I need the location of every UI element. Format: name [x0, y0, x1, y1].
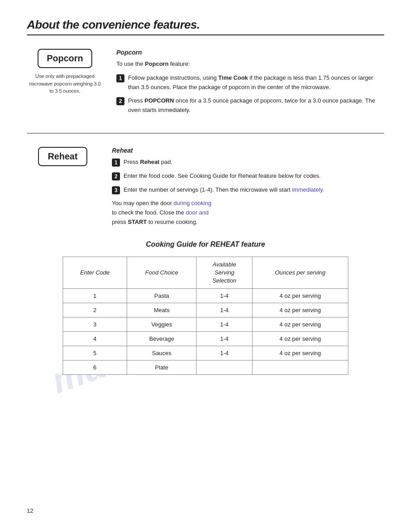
reheat-note: You may open the door during cooking to …	[112, 199, 384, 227]
col-header-code: Enter Code	[63, 257, 127, 289]
page-number: 12	[27, 507, 33, 514]
step-num-1: 1	[116, 74, 124, 82]
popcorn-step-1: 1 Follow package instructions, using Tim…	[116, 73, 384, 92]
reheat-steps: 1 Press Reheat pad. 2 Enter the food cod…	[112, 158, 384, 194]
table-row: 6 Plate	[63, 360, 348, 375]
serving-6	[197, 360, 253, 375]
serving-3: 1-4	[197, 317, 253, 332]
reheat-step-1: 1 Press Reheat pad.	[112, 158, 384, 167]
popcorn-right: Popcorn To use the Popcorn feature: 1 Fo…	[116, 49, 384, 120]
code-3: 3	[63, 317, 127, 332]
reheat-step-num-2: 2	[112, 172, 120, 180]
serving-4: 1-4	[197, 332, 253, 346]
reheat-label-box: Reheat	[38, 147, 87, 166]
cooking-guide-section: Cooking Guide for REHEAT feature Enter C…	[27, 240, 384, 375]
table-row: 1 Pasta 1-4 4 oz per serving	[63, 289, 348, 303]
code-2: 2	[63, 303, 127, 317]
reheat-left: Reheat	[27, 147, 98, 227]
food-sauces: Sauces	[127, 346, 197, 360]
table-row: 4 Beverage 1-4 4 oz per serving	[63, 332, 348, 346]
code-4: 4	[63, 332, 127, 346]
popcorn-steps: 1 Follow package instructions, using Tim…	[116, 73, 384, 115]
reheat-step-num-3: 3	[112, 186, 120, 194]
code-5: 5	[63, 346, 127, 360]
ounces-5: 4 oz per serving	[252, 346, 348, 360]
col-header-serving: AvailableServingSelection	[197, 257, 253, 289]
ounces-6	[252, 360, 348, 375]
reheat-step-2: 2 Enter the food code. See Cooking Guide…	[112, 172, 384, 181]
code-6: 6	[63, 360, 127, 375]
popcorn-caption: Use only with prepackaged microwave popc…	[27, 73, 103, 95]
reheat-heading: Reheat	[112, 147, 384, 154]
page-title: About the convenience features.	[27, 18, 384, 32]
table-row: 2 Meats 1-4 4 oz per serving	[63, 303, 348, 317]
popcorn-step-1-text: Follow package instructions, using Time …	[128, 73, 384, 92]
reheat-right: Reheat 1 Press Reheat pad. 2 Enter the f…	[112, 147, 384, 227]
cooking-table-body: 1 Pasta 1-4 4 oz per serving 2 Meats 1-4…	[63, 289, 348, 375]
popcorn-heading: Popcorn	[116, 49, 384, 56]
reheat-section: Reheat Reheat 1 Press Reheat pad. 2 Ente…	[27, 147, 384, 227]
ounces-3: 4 oz per serving	[252, 317, 348, 332]
reheat-step-2-text: Enter the food code. See Cooking Guide f…	[124, 172, 384, 181]
food-pasta: Pasta	[127, 289, 197, 303]
cooking-guide-table: Enter Code Food Choice AvailableServingS…	[63, 257, 348, 375]
ounces-1: 4 oz per serving	[252, 289, 348, 303]
popcorn-step-2-text: Press POPCORN once for a 3.5 ounce packa…	[128, 96, 384, 115]
reheat-step-3: 3 Enter the number of servings (1-4). Th…	[112, 185, 384, 195]
step-num-2: 2	[116, 97, 124, 105]
reheat-step-3-text: Enter the number of servings (1-4). Then…	[124, 185, 384, 195]
popcorn-step-2: 2 Press POPCORN once for a 3.5 ounce pac…	[116, 96, 384, 115]
serving-1: 1-4	[197, 289, 253, 303]
code-1: 1	[63, 289, 127, 303]
popcorn-intro: To use the Popcorn feature:	[116, 60, 384, 69]
popcorn-left: Popcorn Use only with prepackaged microw…	[27, 49, 103, 120]
food-beverage: Beverage	[127, 332, 197, 346]
reheat-step-num-1: 1	[112, 159, 120, 167]
serving-5: 1-4	[197, 346, 253, 360]
serving-2: 1-4	[197, 303, 253, 317]
table-header-row: Enter Code Food Choice AvailableServingS…	[63, 257, 348, 289]
title-divider	[27, 34, 384, 35]
cooking-guide-title: Cooking Guide for REHEAT feature	[27, 240, 384, 249]
popcorn-section: Popcorn Use only with prepackaged microw…	[27, 49, 384, 120]
table-row: 3 Veggies 1-4 4 oz per serving	[63, 317, 348, 332]
col-header-food: Food Choice	[127, 257, 197, 289]
food-plate: Plate	[127, 360, 197, 375]
section-divider	[27, 133, 384, 133]
food-meats: Meats	[127, 303, 197, 317]
ounces-4: 4 oz per serving	[252, 332, 348, 346]
col-header-ounces: Ounces per serving	[252, 257, 348, 289]
food-veggies: Veggies	[127, 317, 197, 332]
table-row: 5 Sauces 1-4 4 oz per serving	[63, 346, 348, 360]
ounces-2: 4 oz per serving	[252, 303, 348, 317]
reheat-step-1-text: Press Reheat pad.	[124, 158, 384, 167]
popcorn-label-box: Popcorn	[38, 49, 92, 68]
